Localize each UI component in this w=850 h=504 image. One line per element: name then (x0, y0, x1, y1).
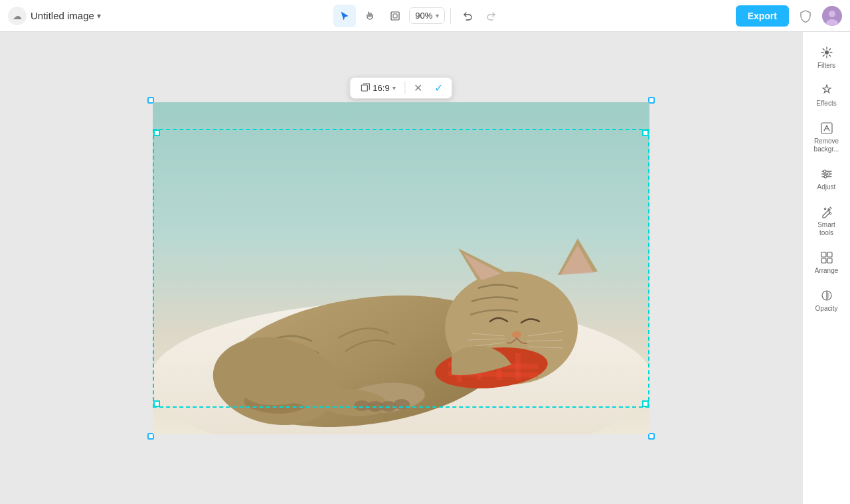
app-logo: ☁ (8, 7, 27, 25)
crop-icon (361, 83, 370, 92)
svg-point-35 (824, 175, 827, 178)
panel-item-filters[interactable]: Filters (807, 40, 847, 75)
redo-icon (486, 11, 497, 21)
svg-rect-36 (821, 252, 826, 257)
user-avatar[interactable] (822, 6, 842, 26)
ratio-chevron-icon: ▾ (392, 84, 396, 92)
adjust-icon (819, 167, 834, 181)
right-panel: Filters Effects Remove backgr... (802, 32, 850, 504)
main-area: 16:9 ▾ ✕ ✓ (0, 32, 850, 504)
select-icon (339, 11, 350, 21)
title-area[interactable]: Untitled image ▾ (31, 10, 101, 21)
panel-item-arrange[interactable]: Arrange (807, 245, 847, 280)
redo-button[interactable] (480, 5, 503, 27)
cat-illustration (153, 102, 649, 434)
svg-point-34 (827, 173, 830, 175)
export-button[interactable]: Export (736, 5, 789, 27)
crop-ratio-button[interactable]: 16:9 ▾ (355, 80, 400, 96)
panel-item-smart-tools[interactable]: Smart tools (807, 199, 847, 242)
topbar-right: Export (736, 5, 842, 27)
opacity-label: Opacity (815, 305, 838, 313)
cat-image (153, 102, 649, 434)
select-tool-button[interactable] (333, 5, 356, 27)
cat-svg-container (153, 102, 649, 434)
hand-tool-button[interactable] (359, 5, 381, 27)
arrange-label: Arrange (815, 267, 839, 275)
crop-cancel-button[interactable]: ✕ (410, 80, 426, 96)
svg-point-12 (394, 399, 410, 410)
svg-point-17 (512, 331, 521, 338)
panel-item-remove-bg[interactable]: Remove backgr... (807, 116, 847, 159)
zoom-value: 90% (415, 11, 432, 21)
topbar-left: ☁ Untitled image ▾ (8, 7, 101, 25)
hand-icon (365, 11, 375, 21)
smart-tools-label: Smart tools (811, 221, 843, 237)
svg-rect-39 (827, 258, 832, 263)
remove-bg-label: Remove backgr... (811, 137, 843, 153)
opacity-icon (819, 288, 834, 303)
svg-point-31 (825, 50, 829, 54)
arrange-icon (819, 250, 834, 265)
smart-tools-icon (819, 205, 834, 219)
filters-label: Filters (817, 62, 835, 70)
crop-confirm-button[interactable]: ✓ (430, 80, 447, 96)
zoom-control[interactable]: 90% ▾ (409, 7, 445, 24)
svg-rect-37 (827, 252, 832, 257)
document-title: Untitled image (31, 10, 94, 21)
image-wrapper: 16:9 ▾ ✕ ✓ (153, 102, 649, 434)
panel-item-adjust[interactable]: Adjust (807, 161, 847, 197)
effects-icon (819, 83, 834, 98)
svg-point-33 (823, 170, 826, 173)
svg-rect-0 (391, 12, 399, 20)
logo-icon: ☁ (13, 11, 22, 21)
crop-toolbar-divider (405, 81, 406, 94)
svg-rect-1 (393, 14, 397, 18)
topbar-center: 90% ▾ (333, 5, 503, 27)
crop-toolbar: 16:9 ▾ ✕ ✓ (349, 77, 452, 99)
frame-icon (390, 11, 400, 21)
panel-item-opacity[interactable]: Opacity (807, 283, 847, 318)
ratio-label: 16:9 (373, 83, 389, 93)
undo-icon (462, 11, 473, 21)
remove-bg-icon (819, 121, 834, 135)
adjust-label: Adjust (817, 183, 836, 191)
topbar: ☁ Untitled image ▾ 90% ▾ (0, 0, 850, 32)
svg-rect-5 (361, 85, 367, 91)
canvas-area[interactable]: 16:9 ▾ ✕ ✓ (0, 32, 802, 504)
svg-point-15 (354, 400, 370, 411)
filters-icon (819, 45, 834, 60)
toolbar-divider (450, 8, 451, 24)
title-chevron-icon: ▾ (97, 11, 101, 21)
undo-redo-group (456, 5, 503, 27)
svg-rect-38 (821, 258, 826, 263)
undo-button[interactable] (456, 5, 479, 27)
zoom-chevron-icon: ▾ (436, 12, 439, 19)
svg-point-3 (829, 11, 835, 17)
frame-tool-button[interactable] (384, 5, 406, 27)
svg-rect-32 (821, 123, 832, 133)
shield-icon[interactable] (796, 6, 815, 26)
panel-item-effects[interactable]: Effects (807, 78, 847, 113)
effects-label: Effects (816, 100, 836, 108)
